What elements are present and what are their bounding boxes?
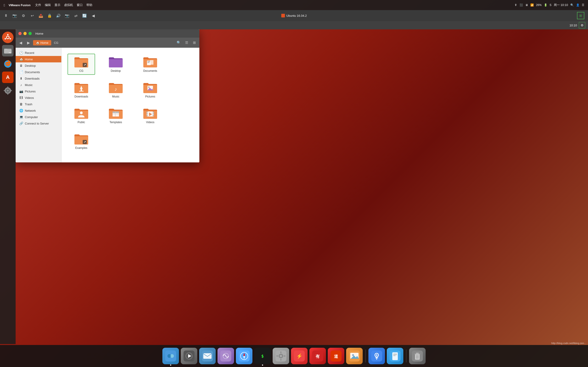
toolbar-settings-btn[interactable]: ⚙: [20, 12, 27, 19]
dock-siri-btn[interactable]: [217, 348, 234, 364]
nav-forward-btn[interactable]: ▶: [25, 40, 32, 46]
svg-rect-9: [5, 51, 11, 52]
nav-back-btn[interactable]: ◀: [17, 40, 24, 46]
folder-item-templates[interactable]: Templates: [102, 105, 130, 126]
home-sidebar-icon: 🏠: [19, 57, 23, 61]
svg-rect-42: [147, 115, 148, 116]
menu-display[interactable]: 显示: [54, 3, 61, 7]
ubuntu-font-btn[interactable]: A: [2, 72, 14, 83]
ubuntu-settings-dock-btn[interactable]: [2, 85, 14, 96]
folder-item-examples[interactable]: ↗ Examples: [68, 131, 95, 152]
svg-rect-25: [147, 62, 149, 63]
ubuntu-menu-edit[interactable]: Edit: [25, 24, 30, 27]
terminal-label: $: [261, 354, 264, 359]
toolbar-usb-btn[interactable]: ⇄: [73, 12, 79, 19]
folder-templates-label: Templates: [110, 121, 122, 124]
toolbar-lock-btn[interactable]: 🔒: [46, 12, 53, 19]
dock-finder-btn[interactable]: [162, 348, 179, 364]
sidebar-item-home[interactable]: 🏠 Home: [16, 56, 61, 62]
folder-item-downloads[interactable]: Downloads: [68, 79, 95, 100]
menu-vm[interactable]: 虚拟机: [64, 3, 73, 7]
folder-item-videos[interactable]: Videos: [137, 105, 164, 126]
window-maximize-btn[interactable]: [28, 32, 32, 35]
dock-app11-btn[interactable]: [368, 348, 385, 364]
ubuntu-menu-bookmarks[interactable]: Bookmarks: [54, 24, 69, 27]
menu-file[interactable]: 文件: [35, 3, 41, 7]
sidebar-item-recent[interactable]: 🕐 Recent: [16, 50, 61, 56]
search-icon[interactable]: 🔍: [570, 3, 574, 7]
dock-photos-btn[interactable]: [346, 348, 363, 364]
apple-logo-icon[interactable]: : [4, 3, 5, 7]
folder-item-documents[interactable]: Documents: [137, 54, 164, 75]
svg-point-79: [352, 354, 354, 356]
toolbar-back2-btn[interactable]: ◀: [90, 12, 96, 19]
vmware-fullscreen-btn[interactable]: ⊞: [577, 12, 584, 19]
svg-rect-87: [392, 352, 398, 360]
toolbar-pause-btn[interactable]: ⏸: [3, 12, 9, 19]
dock-app8-btn[interactable]: ⚡: [291, 348, 308, 364]
user-icon[interactable]: 👤: [576, 3, 579, 7]
dock-syspref-btn[interactable]: [273, 348, 289, 364]
dock-terminal-btn[interactable]: $: [254, 348, 271, 364]
fm-search-btn[interactable]: 🔍: [175, 40, 182, 46]
fm-list-view-btn[interactable]: ☰: [183, 40, 190, 46]
ubuntu-menu-help[interactable]: Help: [73, 24, 79, 27]
window-minimize-btn[interactable]: [23, 32, 27, 35]
sidebar-item-documents[interactable]: 📄 Documents: [16, 69, 61, 75]
ubuntu-files-btn[interactable]: [2, 45, 14, 56]
menu-window[interactable]: 窗口: [77, 3, 83, 7]
folder-item-pictures[interactable]: Pictures: [137, 79, 164, 100]
sidebar-videos-label: Videos: [25, 96, 34, 100]
sidebar-desktop-label: Desktop: [25, 64, 36, 67]
dock-app-youdao-btn[interactable]: 道: [328, 348, 344, 364]
window-close-btn[interactable]: [18, 32, 22, 35]
ubuntu-menu-file[interactable]: File: [15, 24, 20, 27]
toolbar-sound-btn[interactable]: 🔊: [55, 12, 61, 19]
sidebar-item-connect[interactable]: 🔗 Connect to Server: [16, 120, 61, 127]
ubuntu-menu-view[interactable]: View: [34, 24, 41, 27]
fm-main-area: ↗ CG Desktop: [61, 48, 199, 162]
sidebar-item-computer[interactable]: 💻 Computer: [16, 114, 61, 120]
folder-item-desktop[interactable]: Desktop: [102, 54, 130, 75]
fm-grid-view-btn[interactable]: ⊞: [191, 40, 198, 46]
dock-app9-btn[interactable]: 有: [309, 348, 326, 364]
toolbar-refresh-btn[interactable]: 🔄: [81, 12, 88, 19]
svg-rect-17: [7, 93, 8, 95]
battery-icon: 🔋: [544, 3, 547, 7]
breadcrumb-home-btn[interactable]: 🏠 Home: [33, 40, 51, 45]
menu-help[interactable]: 帮助: [86, 3, 92, 7]
toolbar-back-btn[interactable]: ↩: [29, 12, 35, 19]
sidebar-item-trash[interactable]: 🗑 Trash: [16, 101, 61, 107]
folder-item-public[interactable]: Public: [68, 105, 95, 126]
control-center-icon[interactable]: ☰: [582, 3, 584, 7]
svg-point-66: [280, 355, 282, 357]
svg-text:↗: ↗: [84, 63, 86, 67]
toolbar-snapshot-btn[interactable]: 📷: [11, 12, 18, 19]
folder-item-music[interactable]: ♪ Music: [102, 79, 130, 100]
breadcrumb-cg-btn[interactable]: CG: [52, 40, 61, 45]
vmware-fusion-label[interactable]: VMware Fusion: [9, 3, 30, 7]
desktop-sidebar-icon: 🖥: [19, 64, 23, 67]
ubuntu-firefox-btn[interactable]: [2, 58, 14, 70]
folder-item-cg[interactable]: ↗ CG: [68, 54, 95, 75]
ubuntu-files-bar: Files File Edit View Go Bookmarks Help: [0, 21, 588, 29]
toolbar-share-btn[interactable]: 📤: [38, 12, 44, 19]
dock-mail-btn[interactable]: [199, 348, 216, 364]
ubuntu-logo-btn[interactable]: [2, 32, 14, 43]
ubuntu-settings-btn[interactable]: ⚙: [579, 22, 585, 28]
ubuntu-menu-go[interactable]: Go: [45, 24, 49, 27]
svg-text:♪: ♪: [115, 86, 117, 92]
sidebar-item-music[interactable]: ♪ Music: [16, 82, 61, 88]
dock-safari-btn[interactable]: [236, 348, 252, 364]
dock-launchpad-btn[interactable]: [181, 348, 197, 364]
toolbar-cam-btn[interactable]: 📷: [64, 12, 70, 19]
sidebar-item-desktop[interactable]: 🖥 Desktop: [16, 62, 61, 69]
sidebar-item-videos[interactable]: 🎞 Videos: [16, 94, 61, 101]
dock-app12-btn[interactable]: [387, 348, 403, 364]
menu-edit[interactable]: 编辑: [45, 3, 51, 7]
sidebar-item-pictures[interactable]: 📷 Pictures: [16, 88, 61, 94]
sidebar-item-downloads[interactable]: ⬇ Downloads: [16, 75, 61, 82]
dock-trash-btn[interactable]: [409, 348, 426, 364]
sidebar-pictures-label: Pictures: [25, 90, 36, 93]
sidebar-item-network[interactable]: 🌐 Network: [16, 107, 61, 114]
